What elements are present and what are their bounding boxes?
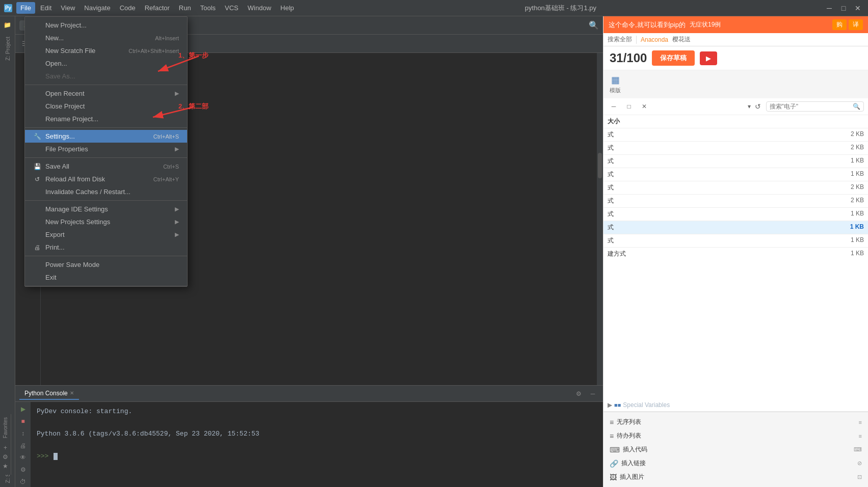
menu-open-recent[interactable]: Open Recent ▶ (25, 87, 187, 100)
right-search-input[interactable] (770, 103, 851, 110)
size-row-2[interactable]: 式 2 KB (603, 142, 868, 155)
console-settings-button[interactable]: ⚙ (572, 388, 585, 400)
template-area: ▦ 模版 (603, 70, 868, 98)
size-row-10[interactable]: 建方式 1 KB (603, 248, 868, 260)
size-row-1[interactable]: 式 2 KB (603, 128, 868, 142)
console-print-button[interactable]: 🖨 (17, 441, 29, 451)
menu-file-properties[interactable]: File Properties ▶ (25, 143, 187, 155)
file-dropdown-menu: New Project... New... Alt+Insert New Scr… (24, 16, 188, 287)
todo-list-item[interactable]: ≡ 待办列表 ≡ (603, 429, 868, 443)
menu-tools[interactable]: Tools (196, 2, 220, 14)
menu-invalidate[interactable]: Invalidate Caches / Restart... (25, 185, 187, 198)
menu-save-all[interactable]: 💾 Save All Ctrl+S (25, 160, 187, 173)
export-arrow: ▶ (175, 231, 179, 238)
menu-exit[interactable]: Exit (25, 271, 187, 284)
todo-icon: ≡ (610, 432, 614, 440)
menu-refactor[interactable]: Refactor (141, 2, 174, 14)
scroll-thumb[interactable] (598, 153, 602, 178)
save-draft-button[interactable]: 保存草稿 (652, 50, 695, 66)
rp-close-button[interactable]: ✕ (638, 100, 650, 113)
menu-new-project[interactable]: New Project... (25, 19, 187, 32)
menu-vcs[interactable]: VCS (221, 2, 243, 14)
console-run-button[interactable]: ▶ (17, 404, 29, 414)
menu-navigate[interactable]: Navigate (80, 2, 114, 14)
rp-maximize-button[interactable]: □ (623, 100, 635, 113)
menu-new[interactable]: New... Alt+Insert (25, 32, 187, 44)
tab-python-console[interactable]: Python Console ✕ (19, 388, 79, 400)
menu-open[interactable]: Open... (25, 57, 187, 70)
favorites-star-button[interactable]: ★ (1, 462, 10, 471)
notification-text: 这个命令,就可以看到pip的 (609, 20, 686, 30)
menu-manage-ide[interactable]: Manage IDE Settings ▶ (25, 203, 187, 215)
project-panel-label[interactable]: Z: Project (3, 33, 13, 65)
console-clear-button[interactable]: 👁 (17, 452, 29, 463)
menu-help[interactable]: Help (276, 2, 298, 14)
menu-close-project[interactable]: Close Project (25, 100, 187, 113)
shop-button[interactable]: 购 (832, 19, 847, 30)
reload-label: Reload All from Disk (45, 175, 105, 183)
bottom-tabs: Python Console ✕ ⚙ ─ (15, 386, 603, 402)
menu-section-6: Power Save Mode Exit (25, 256, 187, 286)
size-header: 大小 (603, 115, 868, 128)
menu-edit[interactable]: Edit (36, 2, 56, 14)
image-shortcut: ⊡ (857, 474, 862, 480)
right-search-icon[interactable]: 🔍 (853, 103, 860, 110)
sidebar-folder-icon[interactable]: 📁 (1, 18, 14, 32)
console-content: ▶ ■ ↕ 🖨 👁 ⚙ ⏱ PyDev console: starting. P… (15, 402, 603, 487)
rp-minimize-button[interactable]: ─ (608, 100, 620, 113)
size-row-6[interactable]: 式 2 KB (603, 195, 868, 208)
insert-link-item[interactable]: 🔗 插入链接 ⊘ (603, 456, 868, 470)
close-button[interactable]: ✕ (852, 2, 864, 14)
size-row-9[interactable]: 式 1 KB (603, 234, 868, 248)
console-settings2-button[interactable]: ⚙ (17, 465, 29, 475)
favorites-label[interactable]: Favorites (2, 414, 9, 441)
menu-settings[interactable]: 🔧 Settings... Ctrl+Alt+S (25, 130, 187, 143)
link-icon: 🔗 (610, 459, 618, 468)
minimize-button[interactable]: ─ (823, 2, 835, 14)
unordered-list-item[interactable]: ≡ 无序列表 ≡ (603, 415, 868, 429)
console-tab-close[interactable]: ✕ (70, 390, 74, 396)
maximize-button[interactable]: □ (837, 2, 850, 14)
export-label: Export (45, 231, 65, 238)
size-row-3[interactable]: 式 1 KB (603, 155, 868, 168)
menu-new-scratch[interactable]: New Scratch File Ctrl+Alt+Shift+Insert (25, 44, 187, 57)
search-all-label: 搜索全部 (608, 35, 632, 44)
manage-ide-label: Manage IDE Settings (45, 205, 108, 213)
size-row-5[interactable]: 式 2 KB (603, 181, 868, 195)
menu-export[interactable]: Export ▶ (25, 228, 187, 241)
menu-view[interactable]: View (57, 2, 79, 14)
right-panel-controls-row: ─ □ ✕ ▾ ↺ 🔍 (603, 98, 868, 115)
insert-image-item[interactable]: 🖼 插入图片 ⊡ (603, 470, 868, 484)
manage-ide-arrow: ▶ (175, 206, 179, 212)
search-button[interactable]: 🔍 (589, 20, 599, 30)
code-shortcut: ⌨ (854, 446, 862, 453)
size-row-7[interactable]: 式 1 KB (603, 208, 868, 221)
favorites-settings-button[interactable]: ⚙ (1, 452, 10, 462)
menu-print[interactable]: 🖨 Print... (25, 241, 187, 254)
menu-run[interactable]: Run (175, 2, 195, 14)
refresh-button[interactable]: ↺ (753, 101, 763, 112)
menu-window[interactable]: Window (244, 2, 275, 14)
console-scroll-button[interactable]: ↕ (17, 428, 29, 439)
translate-button[interactable]: 译 (849, 19, 863, 30)
size-row-4[interactable]: 式 1 KB (603, 168, 868, 181)
size-row-8[interactable]: 式 1 KB (603, 221, 868, 234)
special-variables-row[interactable]: ▶ ■■ Special Variables (603, 399, 868, 412)
favorites-add-button[interactable]: + (1, 443, 10, 452)
menu-file[interactable]: File (16, 2, 35, 14)
editor-scrollbar[interactable] (597, 53, 603, 385)
menu-power-save[interactable]: Power Save Mode (25, 258, 187, 271)
menu-code[interactable]: Code (116, 2, 140, 14)
console-clock-button[interactable]: ⏱ (17, 477, 29, 487)
print-icon: 🖨 (33, 244, 41, 251)
menu-rename-project[interactable]: Rename Project... (25, 113, 187, 125)
menu-reload[interactable]: ↺ Reload All from Disk Ctrl+Alt+Y (25, 173, 187, 185)
settings-icon: 🔧 (33, 133, 41, 140)
template-button[interactable]: ▦ 模版 (610, 74, 621, 94)
menu-new-projects-settings[interactable]: New Projects Settings ▶ (25, 215, 187, 228)
console-stop-button[interactable]: ■ (17, 416, 29, 426)
submit-button[interactable]: ▶ (700, 51, 717, 65)
todo-shortcut: ≡ (859, 433, 862, 439)
console-minimize-button[interactable]: ─ (587, 388, 599, 400)
insert-code-item[interactable]: ⌨ 插入代码 ⌨ (603, 443, 868, 456)
